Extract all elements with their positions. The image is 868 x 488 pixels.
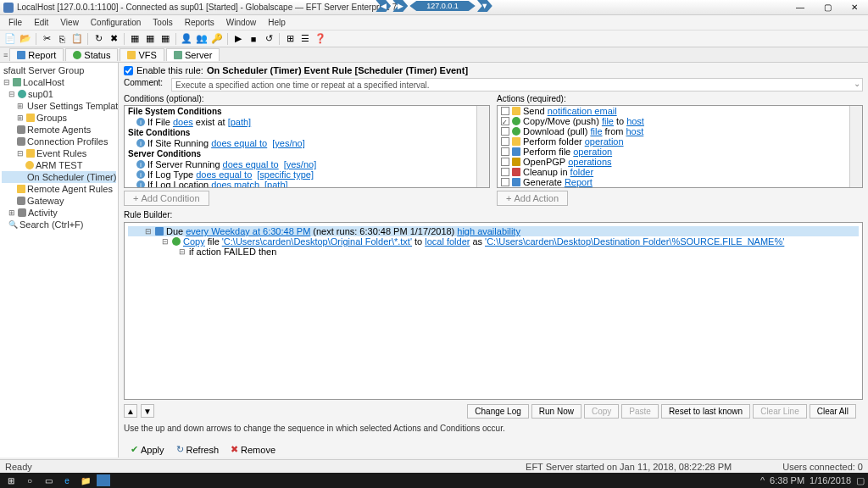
tab-server[interactable]: Server: [166, 48, 220, 61]
tray-up-icon[interactable]: ^: [760, 475, 765, 485]
action-send-email[interactable]: Send notification email: [498, 106, 862, 116]
tree-conn-profiles[interactable]: Connection Profiles: [2, 136, 116, 147]
copy-button[interactable]: Copy: [584, 404, 619, 419]
tree-gateway[interactable]: Gateway: [2, 195, 116, 207]
action-perform-folder[interactable]: Perform folder operation: [498, 136, 862, 147]
list-icon[interactable]: ☰: [298, 32, 312, 46]
maximize-button[interactable]: ▢: [817, 2, 837, 14]
tree-host[interactable]: ⊟LocalHost: [2, 76, 116, 88]
tree-scheduler-rule[interactable]: On Scheduler (Timer) Event Rule: [2, 171, 116, 183]
run-now-button[interactable]: Run Now: [531, 404, 581, 419]
tree-activity[interactable]: ⊞Activity: [2, 207, 116, 219]
tab-report[interactable]: Report: [9, 48, 64, 61]
nav-drop-icon[interactable]: ▼: [477, 0, 492, 12]
apply-button[interactable]: ✔Apply: [131, 444, 164, 455]
close-button[interactable]: ✕: [844, 2, 865, 14]
cond-log-location[interactable]: iIf Log Location does match [path]: [125, 180, 489, 188]
tool-a-icon[interactable]: ▦: [128, 32, 142, 46]
tree-event-rules[interactable]: ⊟Event Rules: [2, 147, 116, 159]
clock-date[interactable]: 1/16/2018: [810, 475, 851, 485]
checkbox-icon[interactable]: [501, 117, 509, 125]
cond-log-type[interactable]: iIf Log Type does equal to [specific typ…: [125, 169, 489, 180]
tree-root[interactable]: sfault Server Group: [2, 64, 116, 76]
checkbox-icon[interactable]: [501, 137, 509, 146]
restart-icon[interactable]: ↺: [262, 32, 275, 46]
menu-tools[interactable]: Tools: [147, 16, 177, 29]
explorer-icon[interactable]: 📁: [78, 474, 93, 486]
play-icon[interactable]: ▶: [231, 32, 245, 46]
add-action-button[interactable]: +Add Action: [497, 191, 568, 206]
new-icon[interactable]: 📄: [3, 32, 17, 46]
minimize-button[interactable]: —: [790, 2, 810, 14]
tool-c-icon[interactable]: ▦: [159, 32, 172, 46]
cond-file-exist[interactable]: iIf File does exist at [path]: [125, 117, 489, 127]
stop-icon[interactable]: ■: [247, 32, 260, 46]
grid-icon[interactable]: ⊞: [283, 32, 297, 46]
action-perform-file[interactable]: Perform file operation: [498, 147, 862, 157]
remove-button[interactable]: ✖Remove: [231, 444, 275, 455]
menu-edit[interactable]: Edit: [29, 16, 53, 29]
menu-help[interactable]: Help: [263, 16, 291, 29]
clear-all-button[interactable]: Clear All: [810, 404, 856, 419]
tree-search[interactable]: 🔍Search (Ctrl+F): [2, 219, 116, 230]
paste-icon[interactable]: 📋: [70, 32, 84, 46]
taskview-icon[interactable]: ▭: [41, 474, 56, 486]
action-openpgp[interactable]: OpenPGP operations: [498, 157, 862, 167]
expand-icon[interactable]: ⊟: [145, 227, 153, 236]
tool-b-icon[interactable]: ▦: [143, 32, 157, 46]
checkbox-icon[interactable]: [501, 107, 509, 115]
action-copy-move[interactable]: Copy/Move (push) file to host: [498, 116, 862, 126]
move-up-button[interactable]: ▲: [124, 404, 137, 418]
tab-vfs[interactable]: VFS: [120, 48, 164, 61]
reset-button[interactable]: Reset to last known: [661, 404, 750, 419]
help-icon[interactable]: ❓: [314, 32, 327, 46]
delete-icon[interactable]: ✖: [107, 32, 120, 46]
tree-remote-agent-rules[interactable]: Remote Agent Rules: [2, 183, 116, 195]
open-icon[interactable]: 📂: [19, 32, 32, 46]
nav-back-icon[interactable]: ◀: [376, 0, 391, 12]
rule-builder[interactable]: ⊟ Due every Weekday at 6:30:48 PM (next …: [124, 222, 863, 400]
add-condition-button[interactable]: +Add Condition: [124, 191, 209, 206]
action-cleanup[interactable]: Cleanup in folder: [498, 167, 862, 177]
search-icon[interactable]: ○: [22, 474, 37, 486]
move-down-button[interactable]: ▼: [141, 404, 154, 418]
cut-icon[interactable]: ✂: [40, 32, 53, 46]
actions-list[interactable]: Send notification email Copy/Move (push)…: [497, 105, 863, 188]
refresh-button[interactable]: ↻Refresh: [176, 444, 220, 455]
expand-icon[interactable]: ⊟: [162, 237, 170, 246]
builder-row-failed[interactable]: ⊟ if action FAILED then: [128, 247, 859, 257]
notifications-icon[interactable]: ▢: [856, 475, 865, 486]
builder-row-schedule[interactable]: ⊟ Due every Weekday at 6:30:48 PM (next …: [128, 226, 859, 236]
users-icon[interactable]: 👥: [195, 32, 209, 46]
checkbox-icon[interactable]: [501, 178, 509, 186]
menu-window[interactable]: Window: [221, 16, 262, 29]
user-icon[interactable]: 👤: [180, 32, 193, 46]
action-download[interactable]: Download (pull) file from host: [498, 126, 862, 136]
eft-icon[interactable]: [97, 474, 110, 486]
menu-reports[interactable]: Reports: [180, 16, 220, 29]
clock-time[interactable]: 6:38 PM: [770, 475, 804, 485]
menu-configuration[interactable]: Configuration: [86, 16, 146, 29]
enable-rule-checkbox[interactable]: [124, 66, 133, 75]
menu-file[interactable]: File: [3, 16, 27, 29]
connection-pill[interactable]: 127.0.0.1: [409, 1, 476, 11]
conditions-list[interactable]: File System Conditions iIf File does exi…: [124, 105, 490, 188]
paste-button[interactable]: Paste: [621, 404, 659, 419]
copy-icon[interactable]: ⎘: [55, 32, 69, 46]
checkbox-icon[interactable]: [501, 147, 509, 156]
comment-field[interactable]: Execute a specified action one time or r…: [171, 78, 863, 92]
key-icon[interactable]: 🔑: [210, 32, 224, 46]
cond-server-running[interactable]: iIf Server Running does equal to [yes/no…: [125, 159, 489, 169]
menu-view[interactable]: View: [55, 16, 84, 29]
checkbox-icon[interactable]: [501, 158, 509, 166]
builder-row-copy[interactable]: ⊟ Copy file 'C:\Users\carden\Desktop\Ori…: [128, 236, 859, 247]
clear-line-button[interactable]: Clear Line: [753, 404, 807, 419]
action-generate[interactable]: Generate Report: [498, 177, 862, 187]
checkbox-icon[interactable]: [501, 168, 509, 176]
tree-groups[interactable]: ⊞Groups: [2, 112, 116, 124]
action-as2[interactable]: AS2 Send file to host: [498, 187, 862, 188]
start-button[interactable]: ⊞: [3, 474, 19, 486]
checkbox-icon[interactable]: [501, 127, 509, 136]
change-log-button[interactable]: Change Log: [467, 404, 529, 419]
nav-fwd-icon[interactable]: ▶: [392, 0, 408, 12]
